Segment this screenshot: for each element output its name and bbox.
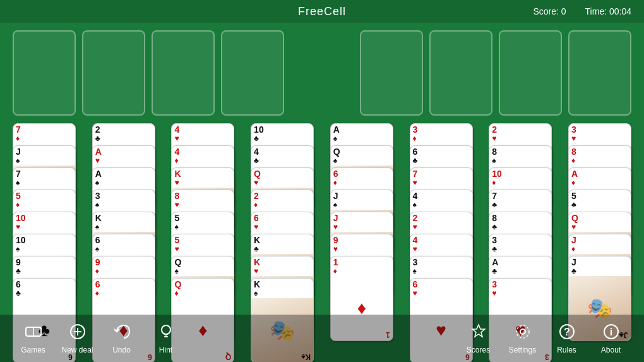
settings-button[interactable]: Settings [502,318,543,359]
undo-button[interactable]: Undo [101,318,142,359]
games-icon [25,323,42,343]
svg-rect-6 [164,336,168,337]
svg-point-9 [516,325,529,338]
freecell-4[interactable] [221,30,284,116]
scores-label: Scores [467,346,490,354]
header: FreeCell Score: 0 Time: 00:04 [0,0,644,23]
new-deal-icon [69,323,86,343]
settings-label: Settings [509,346,536,354]
foundation-3[interactable] [499,30,562,116]
freecell-2[interactable] [82,30,145,116]
games-label: Games [21,346,45,354]
foundation-2[interactable] [429,30,492,116]
hint-icon [157,323,175,343]
scores-icon [470,323,487,343]
svg-marker-7 [472,325,485,337]
about-button[interactable]: iAbout [590,318,631,359]
header-stats: Score: 0 Time: 00:04 [533,6,631,16]
freecell-1[interactable] [13,30,76,116]
svg-point-5 [162,325,170,334]
about-icon: i [602,323,620,343]
rules-button[interactable]: ?Rules [546,318,587,359]
scores-button[interactable]: Scores [458,318,499,359]
foundation-1[interactable] [360,30,423,116]
toolbar: GamesNew dealUndoHintScoresSettings?Rule… [0,315,644,362]
games-button[interactable]: Games [13,318,54,359]
game-title: FreeCell [298,5,346,18]
undo-label: Undo [112,346,131,354]
svg-text:?: ? [564,327,570,337]
new-deal-label: New deal [61,346,93,354]
foundation-4[interactable] [568,30,631,116]
freecell-3[interactable] [152,30,215,116]
foundations [360,30,631,116]
about-label: About [601,346,621,354]
freecells [13,30,284,116]
rules-icon: ? [558,323,576,343]
toolbar-right: ScoresSettings?RulesiAbout [458,318,631,359]
undo-icon [113,323,131,343]
hint-label: Hint [159,346,172,354]
time-display: Time: 00:04 [585,6,631,16]
toolbar-left: GamesNew dealUndoHint [13,318,186,359]
score-display: Score: 0 [533,6,566,16]
new-deal-button[interactable]: New deal [57,318,98,359]
svg-text:i: i [609,327,612,337]
settings-icon [514,323,532,343]
game-area: 7 ♦ ♦ 7 J ♠ 🎭 J♠ [0,23,644,315]
hint-button[interactable]: Hint [145,318,186,359]
rules-label: Rules [557,346,576,354]
svg-point-8 [520,329,525,334]
zones-row [13,30,631,116]
